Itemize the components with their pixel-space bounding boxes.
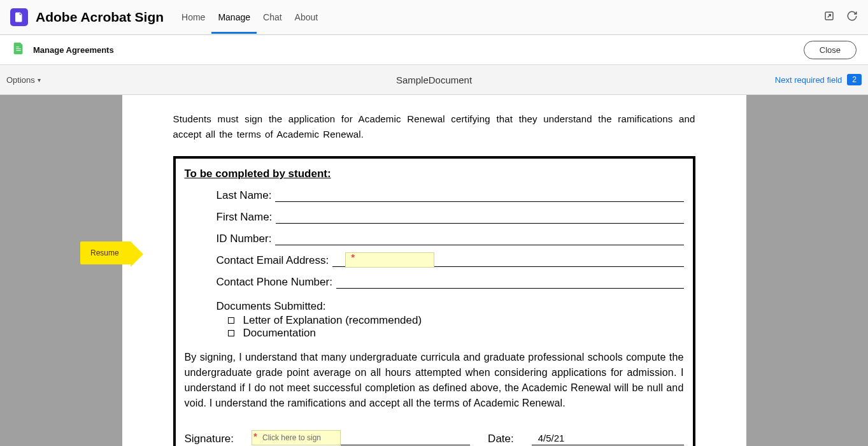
doc-item-documentation: Documentation (217, 327, 684, 340)
nav-chat[interactable]: Chat (257, 1, 288, 34)
field-first-name: First Name: (185, 211, 684, 224)
student-form-box: To be completed by student: Last Name: F… (173, 156, 695, 446)
date-value: 4/5/21 (538, 433, 565, 443)
first-name-label: First Name: (217, 211, 276, 224)
agreement-icon (11, 41, 25, 58)
app-title: Adobe Acrobat Sign (36, 10, 164, 25)
intro-paragraph: Students must sign the application for A… (173, 112, 695, 142)
docs-submitted-title: Documents Submitted: (217, 300, 684, 313)
signature-input-highlight[interactable]: * Click here to sign (252, 430, 341, 445)
phone-line (336, 277, 684, 289)
refresh-icon[interactable] (846, 10, 858, 24)
chevron-down-icon: ▾ (38, 76, 41, 83)
doc-item-letter: Letter of Explanation (recommended) (217, 314, 684, 327)
doc-item-label: Documentation (243, 327, 316, 340)
checkbox-icon[interactable] (228, 317, 234, 324)
id-number-label: ID Number: (217, 233, 276, 245)
date-line: 4/5/21 (532, 431, 684, 445)
sign-placeholder: Click here to sign (262, 433, 321, 442)
field-id-number: ID Number: (185, 233, 684, 245)
signature-row: Signature: * Click here to sign Date: 4/… (185, 431, 684, 445)
required-asterisk-icon: * (351, 252, 355, 263)
id-number-line (275, 234, 683, 245)
resume-flag-label: Resume (90, 248, 119, 257)
next-required-label: Next required field (775, 75, 843, 85)
checkbox-icon[interactable] (228, 330, 234, 336)
next-required-field-button[interactable]: Next required field 2 (775, 74, 862, 85)
document-title: SampleDocument (396, 75, 472, 85)
field-phone: Contact Phone Number: (185, 276, 684, 289)
field-email: Contact Email Address: * (185, 254, 684, 267)
email-label: Contact Email Address: (217, 254, 333, 267)
documents-submitted: Documents Submitted: Letter of Explanati… (185, 300, 684, 340)
acrobat-logo-icon (10, 8, 28, 26)
date-label: Date: (488, 433, 514, 445)
email-line: * (332, 255, 683, 267)
popout-icon[interactable] (823, 10, 835, 24)
close-button[interactable]: Close (804, 41, 857, 59)
options-dropdown[interactable]: Options ▾ (6, 75, 41, 85)
field-last-name: Last Name: (185, 189, 684, 202)
sub-header: Manage Agreements Close (0, 35, 868, 65)
first-name-line (276, 212, 683, 224)
sub-header-title: Manage Agreements (33, 45, 114, 55)
required-count-badge: 2 (847, 74, 862, 85)
nav-about[interactable]: About (288, 1, 325, 34)
phone-label: Contact Phone Number: (217, 276, 336, 289)
signature-line: * Click here to sign (252, 431, 470, 445)
document-toolbar: Options ▾ SampleDocument Next required f… (0, 65, 868, 95)
nav-manage[interactable]: Manage (211, 1, 257, 34)
signature-label: Signature: (185, 433, 234, 445)
by-signing-paragraph: By signing, I understand that many under… (185, 350, 684, 411)
doc-item-label: Letter of Explanation (recommended) (243, 314, 422, 327)
email-input-highlight[interactable]: * (345, 252, 434, 268)
options-label: Options (6, 75, 35, 85)
app-topbar: Adobe Acrobat Sign Home Manage Chat Abou… (0, 0, 868, 35)
nav-home[interactable]: Home (175, 1, 211, 34)
document-viewport: Resume Students must sign the applicatio… (0, 95, 868, 446)
section-heading: To be completed by student: (185, 168, 684, 180)
last-name-label: Last Name: (217, 189, 276, 202)
resume-flag[interactable]: Resume (80, 241, 131, 264)
document-page: Students must sign the application for A… (122, 95, 746, 446)
required-asterisk-icon: * (253, 431, 257, 442)
last-name-line (275, 191, 683, 202)
